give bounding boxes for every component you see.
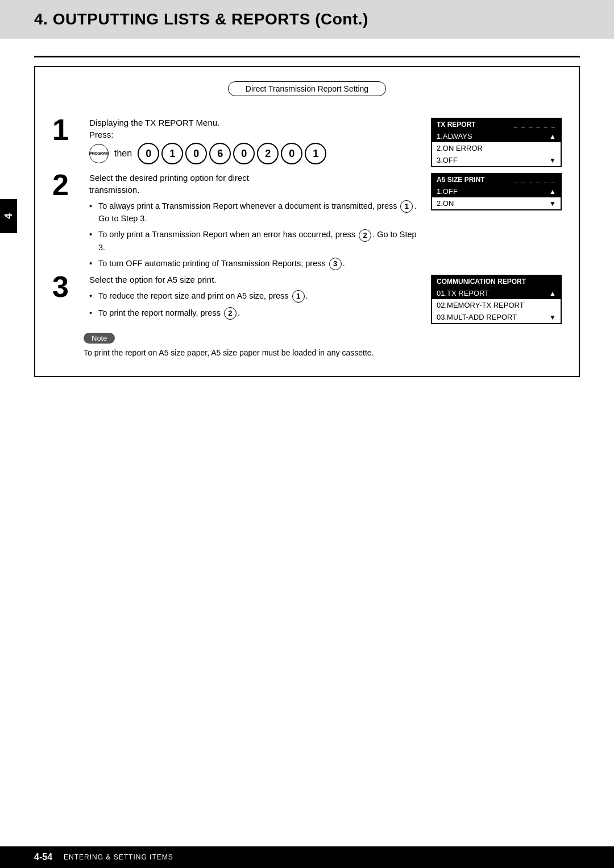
step3-bullets: To reduce the report size and print on A…	[89, 290, 420, 320]
step1-row: 1 Displaying the TX REPORT Menu. Press: …	[52, 118, 420, 169]
lcd2-row1: 1.OFF ▲	[432, 185, 561, 197]
key-1b: 1	[305, 143, 326, 164]
note-text: To print the report on A5 size paper, A5…	[84, 347, 420, 359]
lcd3-header: COMMUNICATION REPORT	[432, 276, 561, 287]
lcd3-row1: 01.TX REPORT ▲	[432, 287, 561, 299]
lcd2-panel: A5 SIZE PRINT _ _ _ _ _ _ 1.OFF ▲ 2.ON ▼	[431, 173, 562, 216]
section-box: Direct Transmission Report Setting 1 Dis…	[34, 66, 580, 377]
step3-bullet2: To print the report normally, press 2.	[89, 307, 420, 320]
circle-1b: 1	[292, 290, 305, 303]
key-0c: 0	[233, 143, 255, 164]
circle-2b: 2	[224, 307, 237, 320]
key-0b: 0	[185, 143, 207, 164]
lcd3-row2: 02.MEMORY-TX REPORT	[432, 299, 561, 311]
key-2: 2	[257, 143, 279, 164]
step3-content: Select the option for A5 size print. To …	[89, 275, 420, 324]
then-label: then	[114, 148, 132, 159]
step3-number: 3	[52, 272, 78, 301]
lcd1-row2: 2.ON ERROR	[432, 142, 561, 154]
lcd2-header: A5 SIZE PRINT _ _ _ _ _ _	[432, 174, 561, 185]
lcd1: TX REPORT _ _ _ _ _ _ 1.ALWAYS ▲ 2.ON ER…	[431, 118, 562, 167]
step2-content: Select the desired printing option for d…	[89, 173, 420, 275]
step1-area: 1 Displaying the TX REPORT Menu. Press: …	[52, 118, 562, 173]
program-key: PROGRAM	[89, 144, 109, 163]
step1-line2: Press:	[89, 130, 420, 139]
lcd1-panel: TX REPORT _ _ _ _ _ _ 1.ALWAYS ▲ 2.ON ER…	[431, 118, 562, 173]
lcd1-row1: 1.ALWAYS ▲	[432, 130, 561, 142]
section-title: Direct Transmission Report Setting	[228, 81, 386, 96]
note-box: Note To print the report on A5 size pape…	[84, 333, 420, 359]
main-content: Direct Transmission Report Setting 1 Dis…	[0, 56, 614, 377]
lcd1-down-arrow: ▼	[549, 156, 556, 164]
chapter-tab: 4	[0, 199, 17, 233]
key-1: 1	[161, 143, 183, 164]
page-title: 4. OUTPUTTING LISTS & REPORTS (Cont.)	[34, 10, 580, 28]
lcd2-title: A5 SIZE PRINT	[437, 176, 485, 184]
lcd3: COMMUNICATION REPORT 01.TX REPORT ▲ 02.M…	[431, 275, 562, 324]
circle-3a: 3	[329, 258, 342, 270]
step1-number: 1	[52, 115, 78, 144]
circle-1a: 1	[400, 200, 413, 213]
step2-bullets: To always print a Transmission Report wh…	[89, 200, 420, 270]
step2-bullet3: To turn OFF automatic printing of Transm…	[89, 258, 420, 270]
lcd2-row2: 2.ON ▼	[432, 197, 561, 209]
lcd1-dashes: _ _ _ _ _ _	[514, 121, 556, 128]
circle-2a: 2	[359, 229, 371, 242]
lcd1-row3: 3.OFF ▼	[432, 154, 561, 166]
lcd3-row3: 03.MULT-ADD REPORT ▼	[432, 311, 561, 323]
step3-row: 3 Select the option for A5 size print. T…	[52, 275, 420, 324]
step2-bullet1: To always print a Transmission Report wh…	[89, 200, 420, 224]
footer-label: ENTERING & SETTING ITEMS	[64, 853, 173, 861]
lcd2-down-arrow: ▼	[549, 200, 556, 208]
top-divider	[34, 56, 580, 57]
key-6: 6	[209, 143, 231, 164]
step3-bullet1: To reduce the report size and print on A…	[89, 290, 420, 303]
lcd2-dashes: _ _ _ _ _ _	[514, 176, 556, 183]
step3-left: 3 Select the option for A5 size print. T…	[52, 275, 420, 359]
page-header: 4. OUTPUTTING LISTS & REPORTS (Cont.)	[0, 0, 614, 39]
footer-page-number: 4-54	[34, 852, 52, 862]
step2-left: 2 Select the desired printing option for…	[52, 173, 420, 275]
lcd3-up-arrow: ▲	[549, 290, 556, 297]
step2-row: 2 Select the desired printing option for…	[52, 173, 420, 275]
step2-area: 2 Select the desired printing option for…	[52, 173, 562, 275]
key-0a: 0	[138, 143, 159, 164]
step2-line1: Select the desired printing option for d…	[89, 173, 420, 183]
lcd1-title: TX REPORT	[437, 121, 476, 129]
lcd2-up-arrow: ▲	[549, 188, 556, 196]
lcd1-up-arrow: ▲	[549, 133, 556, 140]
step2-bullet2: To only print a Transmission Report when…	[89, 229, 420, 253]
lcd2: A5 SIZE PRINT _ _ _ _ _ _ 1.OFF ▲ 2.ON ▼	[431, 173, 562, 210]
lcd3-panel: COMMUNICATION REPORT 01.TX REPORT ▲ 02.M…	[431, 275, 562, 330]
step1-line1: Displaying the TX REPORT Menu.	[89, 118, 420, 127]
step3-line1: Select the option for A5 size print.	[89, 275, 420, 284]
lcd1-header: TX REPORT _ _ _ _ _ _	[432, 119, 561, 130]
key-0d: 0	[281, 143, 302, 164]
lcd3-down-arrow: ▼	[549, 313, 556, 321]
key-sequence-row: PROGRAM then 0 1 0 6 0 2 0 1	[89, 143, 420, 164]
step1-content: Displaying the TX REPORT Menu. Press: PR…	[89, 118, 420, 169]
page-footer: 4-54 ENTERING & SETTING ITEMS	[0, 846, 614, 868]
step2-line2: transmission.	[89, 185, 420, 195]
step2-number: 2	[52, 170, 78, 200]
step1-left: 1 Displaying the TX REPORT Menu. Press: …	[52, 118, 420, 169]
note-label: Note	[84, 333, 115, 344]
lcd3-title: COMMUNICATION REPORT	[437, 278, 526, 286]
step3-area: 3 Select the option for A5 size print. T…	[52, 275, 562, 359]
